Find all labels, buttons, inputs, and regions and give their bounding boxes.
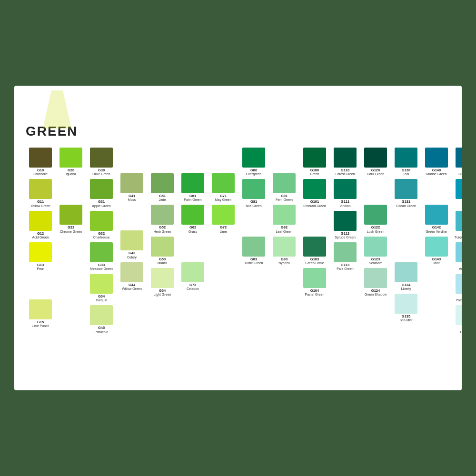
color-name-G10: Crocodile <box>33 172 48 176</box>
color-name-G142: Green Verditer <box>426 230 447 234</box>
color-swatch-G80 <box>242 148 265 168</box>
color-name-G30: Olive Green <box>92 172 110 176</box>
color-name-G110: Forest Green <box>335 172 355 176</box>
color-name-G134: Liberty <box>401 287 411 291</box>
color-swatch-G123 <box>364 237 387 257</box>
spacer-col7-row2 <box>239 211 268 234</box>
spacer-col4-row0 <box>148 148 177 170</box>
spacer-col1-row1 <box>56 179 86 202</box>
spacer-col10-row5 <box>330 299 360 322</box>
color-swatch-G41 <box>120 173 143 193</box>
color-name-G34: Daiquiri <box>96 298 107 302</box>
color-name-G100: Green <box>310 172 319 176</box>
color-item-G150: G150Blue Green <box>452 148 462 176</box>
color-name-G22: Chrome Green <box>60 230 82 234</box>
spacer-col7-row5 <box>239 294 268 317</box>
spacer-col13-row1 <box>422 179 451 202</box>
color-name-G15: Lime Punch <box>32 324 50 328</box>
color-swatch-G83 <box>242 237 265 257</box>
color-item-G31: G31Apple Green <box>87 179 116 208</box>
color-name-G61: Palm Green <box>184 198 201 202</box>
color-swatch-G93 <box>273 237 296 257</box>
color-code-G53: G53 <box>159 258 166 261</box>
color-column-9: G100GreenG101Emerald GreenG103Green Bott… <box>300 148 329 325</box>
page-title: GREEN <box>26 124 450 139</box>
color-swatch-G134 <box>395 262 417 282</box>
color-item-G111: G111Viridian <box>330 179 360 208</box>
color-name-G91: Fern Green <box>276 198 293 202</box>
color-code-G73: G73 <box>189 283 196 287</box>
color-code-G131: G131 <box>402 200 410 204</box>
spacer-col3-row5 <box>117 294 147 317</box>
color-code-G104: G104 <box>310 289 319 293</box>
color-item-G43: G43Celery <box>117 230 147 259</box>
color-name-G153: Arctic Blue <box>459 267 462 271</box>
color-name-G33: Meadow Green <box>90 267 113 271</box>
color-code-G81: G81 <box>250 200 257 204</box>
color-swatch-G13 <box>29 242 52 262</box>
color-item-G12: G12Acid Green <box>26 211 55 239</box>
color-code-G92: G92 <box>281 226 288 229</box>
color-item-G15: G15Lime Punch <box>26 299 55 328</box>
color-code-G45: G45 <box>98 326 105 330</box>
color-name-G32: Chartreuse <box>93 236 110 239</box>
color-swatch-G161 <box>456 179 462 199</box>
color-name-G93: Nyanza <box>278 261 290 265</box>
color-name-G120: Dark Green <box>367 172 384 176</box>
color-item-G22: G22Chrome Green <box>56 205 86 233</box>
color-name-G11: Yellow Green <box>30 204 50 208</box>
color-swatch-G15 <box>29 299 52 319</box>
color-column-7: G80EvergreenG81Nile GreenG83Turtle Green <box>239 148 268 319</box>
color-swatch-G11 <box>29 179 52 199</box>
color-name-G165: Pale Mint <box>460 330 462 334</box>
color-swatch-G140 <box>425 148 448 168</box>
color-item-G165: G165Pale Mint <box>452 305 462 334</box>
color-code-G22: G22 <box>68 226 74 229</box>
color-code-G134: G134 <box>402 283 410 287</box>
color-code-G71: G71 <box>220 194 227 198</box>
color-column-1: G20IguanaG22Chrome Green <box>56 148 86 314</box>
color-name-G111: Viridian <box>339 204 350 208</box>
spacer-col13-row5 <box>422 294 451 317</box>
color-grid: G10CrocodileG11Yellow GreenG12Acid Green… <box>26 148 450 337</box>
color-swatch-G44 <box>120 262 143 282</box>
color-swatch-G163 <box>456 274 462 294</box>
color-column-10: G110Forest GreenG111ViridianG112Spruce G… <box>330 148 360 325</box>
color-code-G140: G140 <box>432 169 441 172</box>
color-code-G51: G51 <box>159 194 166 198</box>
spacer-col9-row2 <box>300 211 329 234</box>
color-name-G83: Turtle Green <box>244 261 263 265</box>
color-item-G71: G71May Green <box>208 173 238 202</box>
color-item-G152: G152Turquoise Green <box>452 211 462 239</box>
color-swatch-G113 <box>334 242 357 262</box>
color-swatch-G153 <box>456 242 462 262</box>
spacer-col3-row0 <box>117 148 147 170</box>
color-swatch-G45 <box>90 305 113 325</box>
color-swatch-G31 <box>90 179 113 199</box>
color-swatch-G110 <box>334 148 357 168</box>
color-code-G43: G43 <box>129 251 135 255</box>
color-name-G72: Lime <box>219 230 227 234</box>
spacer-col4-row5 <box>148 299 177 322</box>
color-name-G81: Nile Green <box>246 204 261 208</box>
color-name-G44: Willow Green <box>122 287 142 291</box>
color-swatch-G100 <box>303 148 326 168</box>
color-item-G122: G122Lush Green <box>361 205 390 233</box>
color-item-G135: G135Sea Mist <box>391 294 421 322</box>
color-item-G32: G32Chartreuse <box>87 211 116 239</box>
spacer-col1-row4 <box>56 262 86 285</box>
color-name-G62: Grass <box>188 230 198 234</box>
color-name-G31: Apple Green <box>92 204 110 208</box>
color-code-G135: G135 <box>402 315 410 318</box>
color-code-G64: G64 <box>159 289 166 293</box>
spacer-col6-row5 <box>208 288 238 311</box>
color-code-G80: G80 <box>250 169 257 172</box>
color-item-G62: G62Grass <box>178 205 208 233</box>
color-item-G13: G13Pear <box>26 242 55 271</box>
color-column-6: G71May GreenG72Lime <box>208 148 238 314</box>
color-code-G91: G91 <box>281 194 288 198</box>
spacer-col3-row2 <box>117 205 147 228</box>
color-swatch-G20 <box>60 148 82 168</box>
color-swatch-G72 <box>212 205 235 225</box>
spacer-col6-row4 <box>208 262 238 285</box>
